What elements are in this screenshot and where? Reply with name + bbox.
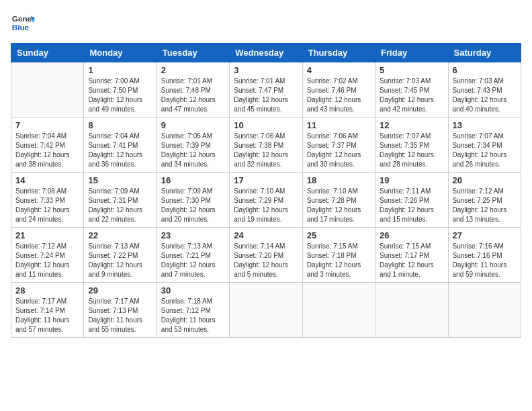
weekday-header-tuesday: Tuesday	[157, 44, 229, 62]
day-info: Sunrise: 7:06 AMSunset: 7:38 PMDaylight:…	[234, 132, 298, 169]
calendar-week-row: 1Sunrise: 7:00 AMSunset: 7:50 PMDaylight…	[11, 62, 521, 118]
calendar-cell: 15Sunrise: 7:09 AMSunset: 7:31 PMDayligh…	[84, 173, 157, 228]
day-number: 1	[88, 65, 152, 75]
day-number: 19	[380, 175, 443, 185]
day-number: 24	[234, 230, 298, 240]
calendar-cell: 16Sunrise: 7:09 AMSunset: 7:30 PMDayligh…	[157, 173, 229, 228]
day-number: 28	[15, 285, 79, 295]
calendar-cell: 30Sunrise: 7:18 AMSunset: 7:12 PMDayligh…	[157, 283, 229, 338]
day-number: 2	[161, 65, 225, 75]
day-info: Sunrise: 7:10 AMSunset: 7:28 PMDaylight:…	[307, 187, 371, 224]
calendar-cell: 2Sunrise: 7:01 AMSunset: 7:48 PMDaylight…	[157, 62, 229, 118]
day-number: 8	[88, 120, 152, 130]
calendar-cell: 14Sunrise: 7:08 AMSunset: 7:33 PMDayligh…	[11, 173, 84, 228]
calendar-week-row: 28Sunrise: 7:17 AMSunset: 7:14 PMDayligh…	[11, 283, 521, 338]
day-info: Sunrise: 7:13 AMSunset: 7:21 PMDaylight:…	[161, 242, 225, 279]
weekday-header-friday: Friday	[375, 44, 448, 62]
logo-icon: General Blue	[11, 11, 35, 35]
day-info: Sunrise: 7:12 AMSunset: 7:25 PMDaylight:…	[453, 187, 517, 224]
day-info: Sunrise: 7:13 AMSunset: 7:22 PMDaylight:…	[88, 242, 152, 279]
day-info: Sunrise: 7:03 AMSunset: 7:45 PMDaylight:…	[380, 77, 443, 114]
calendar-cell: 13Sunrise: 7:07 AMSunset: 7:34 PMDayligh…	[448, 118, 521, 173]
svg-text:Blue: Blue	[12, 23, 30, 32]
day-info: Sunrise: 7:08 AMSunset: 7:33 PMDaylight:…	[15, 187, 79, 224]
weekday-header-saturday: Saturday	[448, 44, 521, 62]
calendar-cell: 29Sunrise: 7:17 AMSunset: 7:13 PMDayligh…	[84, 283, 157, 338]
day-number: 5	[380, 65, 443, 75]
calendar-cell: 22Sunrise: 7:13 AMSunset: 7:22 PMDayligh…	[84, 228, 157, 283]
weekday-header-sunday: Sunday	[11, 44, 84, 62]
day-number: 6	[453, 65, 517, 75]
calendar-cell: 17Sunrise: 7:10 AMSunset: 7:29 PMDayligh…	[230, 173, 302, 228]
day-number: 12	[380, 120, 443, 130]
day-info: Sunrise: 7:07 AMSunset: 7:35 PMDaylight:…	[380, 132, 443, 169]
calendar-cell: 3Sunrise: 7:01 AMSunset: 7:47 PMDaylight…	[230, 62, 302, 118]
day-number: 22	[88, 230, 152, 240]
day-info: Sunrise: 7:17 AMSunset: 7:14 PMDaylight:…	[15, 297, 79, 334]
calendar-cell: 11Sunrise: 7:06 AMSunset: 7:37 PMDayligh…	[302, 118, 375, 173]
day-info: Sunrise: 7:01 AMSunset: 7:47 PMDaylight:…	[234, 77, 298, 114]
calendar-cell: 8Sunrise: 7:04 AMSunset: 7:41 PMDaylight…	[84, 118, 157, 173]
day-info: Sunrise: 7:15 AMSunset: 7:18 PMDaylight:…	[307, 242, 371, 279]
day-info: Sunrise: 7:00 AMSunset: 7:50 PMDaylight:…	[88, 77, 152, 114]
logo: General Blue	[11, 11, 35, 35]
day-info: Sunrise: 7:02 AMSunset: 7:46 PMDaylight:…	[307, 77, 371, 114]
day-info: Sunrise: 7:05 AMSunset: 7:39 PMDaylight:…	[161, 132, 225, 169]
calendar-cell	[375, 283, 448, 338]
calendar-cell: 1Sunrise: 7:00 AMSunset: 7:50 PMDaylight…	[84, 62, 157, 118]
day-info: Sunrise: 7:01 AMSunset: 7:48 PMDaylight:…	[161, 77, 225, 114]
calendar-cell: 6Sunrise: 7:03 AMSunset: 7:43 PMDaylight…	[448, 62, 521, 118]
calendar-cell	[230, 283, 302, 338]
weekday-header-wednesday: Wednesday	[230, 44, 302, 62]
day-number: 30	[161, 285, 225, 295]
day-info: Sunrise: 7:18 AMSunset: 7:12 PMDaylight:…	[161, 297, 225, 334]
day-number: 14	[15, 175, 79, 185]
day-info: Sunrise: 7:06 AMSunset: 7:37 PMDaylight:…	[307, 132, 371, 169]
day-info: Sunrise: 7:04 AMSunset: 7:41 PMDaylight:…	[88, 132, 152, 169]
calendar-week-row: 7Sunrise: 7:04 AMSunset: 7:42 PMDaylight…	[11, 118, 521, 173]
day-number: 21	[15, 230, 79, 240]
day-number: 10	[234, 120, 298, 130]
day-number: 15	[88, 175, 152, 185]
calendar-week-row: 21Sunrise: 7:12 AMSunset: 7:24 PMDayligh…	[11, 228, 521, 283]
calendar-cell: 18Sunrise: 7:10 AMSunset: 7:28 PMDayligh…	[302, 173, 375, 228]
calendar-cell: 24Sunrise: 7:14 AMSunset: 7:20 PMDayligh…	[230, 228, 302, 283]
day-info: Sunrise: 7:12 AMSunset: 7:24 PMDaylight:…	[15, 242, 79, 279]
calendar-week-row: 14Sunrise: 7:08 AMSunset: 7:33 PMDayligh…	[11, 173, 521, 228]
calendar-cell: 23Sunrise: 7:13 AMSunset: 7:21 PMDayligh…	[157, 228, 229, 283]
calendar-cell: 28Sunrise: 7:17 AMSunset: 7:14 PMDayligh…	[11, 283, 84, 338]
day-number: 11	[307, 120, 371, 130]
calendar-cell: 27Sunrise: 7:16 AMSunset: 7:16 PMDayligh…	[448, 228, 521, 283]
calendar-cell: 7Sunrise: 7:04 AMSunset: 7:42 PMDaylight…	[11, 118, 84, 173]
day-info: Sunrise: 7:15 AMSunset: 7:17 PMDaylight:…	[380, 242, 443, 279]
day-number: 9	[161, 120, 225, 130]
day-info: Sunrise: 7:16 AMSunset: 7:16 PMDaylight:…	[453, 242, 517, 279]
day-number: 18	[307, 175, 371, 185]
day-info: Sunrise: 7:17 AMSunset: 7:13 PMDaylight:…	[88, 297, 152, 334]
day-number: 16	[161, 175, 225, 185]
page-header: General Blue	[11, 11, 521, 35]
day-info: Sunrise: 7:10 AMSunset: 7:29 PMDaylight:…	[234, 187, 298, 224]
calendar-cell: 21Sunrise: 7:12 AMSunset: 7:24 PMDayligh…	[11, 228, 84, 283]
calendar-cell: 20Sunrise: 7:12 AMSunset: 7:25 PMDayligh…	[448, 173, 521, 228]
calendar-cell: 4Sunrise: 7:02 AMSunset: 7:46 PMDaylight…	[302, 62, 375, 118]
calendar-cell: 5Sunrise: 7:03 AMSunset: 7:45 PMDaylight…	[375, 62, 448, 118]
calendar-cell: 9Sunrise: 7:05 AMSunset: 7:39 PMDaylight…	[157, 118, 229, 173]
day-info: Sunrise: 7:14 AMSunset: 7:20 PMDaylight:…	[234, 242, 298, 279]
day-info: Sunrise: 7:04 AMSunset: 7:42 PMDaylight:…	[15, 132, 79, 169]
weekday-header-row: SundayMondayTuesdayWednesdayThursdayFrid…	[11, 44, 521, 62]
day-info: Sunrise: 7:11 AMSunset: 7:26 PMDaylight:…	[380, 187, 443, 224]
day-number: 3	[234, 65, 298, 75]
calendar-cell	[302, 283, 375, 338]
calendar-cell: 12Sunrise: 7:07 AMSunset: 7:35 PMDayligh…	[375, 118, 448, 173]
day-number: 20	[453, 175, 517, 185]
day-number: 23	[161, 230, 225, 240]
day-number: 29	[88, 285, 152, 295]
day-number: 26	[380, 230, 443, 240]
day-number: 13	[453, 120, 517, 130]
day-number: 4	[307, 65, 371, 75]
calendar-cell: 19Sunrise: 7:11 AMSunset: 7:26 PMDayligh…	[375, 173, 448, 228]
day-info: Sunrise: 7:09 AMSunset: 7:31 PMDaylight:…	[88, 187, 152, 224]
day-number: 7	[15, 120, 79, 130]
calendar-cell: 25Sunrise: 7:15 AMSunset: 7:18 PMDayligh…	[302, 228, 375, 283]
